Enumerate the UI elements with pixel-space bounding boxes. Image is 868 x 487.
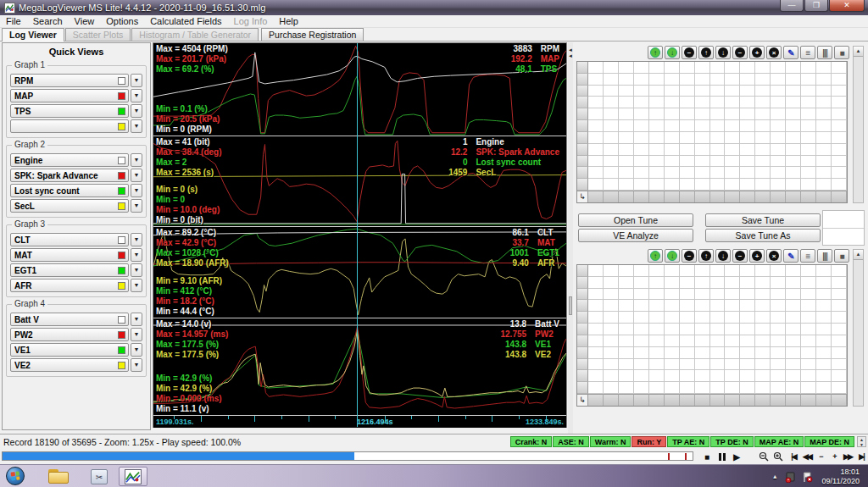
table-cell[interactable] [710, 132, 726, 144]
table-cell[interactable] [710, 359, 726, 371]
table-cell[interactable] [801, 167, 816, 179]
skip-start-button[interactable]: |◀ [787, 451, 800, 462]
table-cell[interactable] [588, 289, 604, 301]
table-cell[interactable] [634, 382, 649, 394]
table-cell[interactable] [771, 167, 786, 179]
table-cell[interactable] [801, 120, 816, 132]
table-cell[interactable] [710, 300, 726, 312]
table-cell[interactable] [771, 108, 786, 120]
table-cell[interactable] [619, 167, 634, 179]
table-cell[interactable] [634, 370, 649, 382]
table-cell[interactable] [801, 74, 816, 86]
column-header[interactable] [588, 191, 604, 202]
rewind-button[interactable]: ◀◀ [800, 451, 814, 462]
table-cell[interactable] [604, 144, 619, 156]
minimize-button[interactable]: — [780, 0, 804, 12]
column-header[interactable] [801, 394, 816, 406]
table-cell[interactable] [680, 179, 695, 191]
column-header[interactable] [604, 394, 619, 406]
channel-select-clt[interactable]: CLT [10, 233, 129, 246]
scroll-down-green-icon[interactable]: ↓ [665, 46, 680, 59]
table-cell[interactable] [832, 132, 847, 144]
table-cell[interactable] [786, 156, 801, 168]
table-cell[interactable] [604, 97, 619, 108]
table-cell[interactable] [649, 74, 665, 86]
table-cell[interactable] [755, 156, 771, 168]
table-cell[interactable] [725, 179, 740, 191]
table-cell[interactable] [665, 312, 680, 324]
table-cell[interactable] [604, 132, 619, 144]
table-cell[interactable] [604, 74, 619, 86]
table-cell[interactable] [725, 74, 740, 86]
table-cell[interactable] [786, 86, 801, 97]
table-cell[interactable] [816, 167, 832, 179]
table-cell[interactable] [771, 132, 786, 144]
table-cell[interactable] [619, 347, 634, 359]
table-cell[interactable] [816, 382, 832, 394]
table-cell[interactable] [588, 144, 604, 156]
row-header[interactable] [577, 300, 588, 312]
table-cell[interactable] [755, 62, 771, 74]
table-cell[interactable] [619, 86, 634, 97]
row-header[interactable] [577, 324, 588, 335]
column-header[interactable] [832, 394, 847, 406]
table-cell[interactable] [771, 289, 786, 301]
table-cell[interactable] [832, 74, 847, 86]
table-cell[interactable] [634, 144, 649, 156]
column-header[interactable] [619, 191, 634, 202]
table-cell[interactable] [801, 265, 816, 277]
channel-dropdown-engine[interactable]: ▼ [131, 153, 142, 167]
menu-help[interactable]: Help [273, 16, 304, 26]
table-cell[interactable] [634, 277, 649, 289]
table-cell[interactable] [665, 108, 680, 120]
table-cell[interactable] [695, 289, 710, 301]
menu-calculated-fields[interactable]: Calculated Fields [144, 16, 227, 26]
table-cell[interactable] [801, 144, 816, 156]
channel-dropdown-mat[interactable]: ▼ [131, 248, 142, 262]
scroll-down-green-icon[interactable]: ↓ [665, 249, 680, 263]
close-button[interactable]: ✕ [829, 0, 865, 12]
channel-dropdown-egt1[interactable]: ▼ [131, 263, 142, 277]
table-cell[interactable] [771, 97, 786, 108]
table-cell[interactable] [604, 277, 619, 289]
column-header[interactable] [740, 191, 755, 202]
zoom-out-icon[interactable] [757, 451, 771, 462]
table-cell[interactable] [665, 132, 680, 144]
row-header[interactable] [577, 108, 588, 120]
table-cell[interactable] [634, 97, 649, 108]
table-cell[interactable] [740, 347, 755, 359]
table-cell[interactable] [588, 156, 604, 168]
table-cell[interactable] [680, 335, 695, 347]
table-cell[interactable] [695, 277, 710, 289]
table-cell[interactable] [710, 86, 726, 97]
table-cell[interactable] [649, 86, 665, 97]
table-cell[interactable] [695, 312, 710, 324]
table-cell[interactable] [588, 265, 604, 277]
table-cell[interactable] [665, 277, 680, 289]
channel-dropdown-ve2[interactable]: ▼ [131, 358, 142, 372]
table-cell[interactable] [832, 312, 847, 324]
table-cell[interactable] [604, 370, 619, 382]
table-cell[interactable] [710, 347, 726, 359]
table-cell[interactable] [816, 312, 832, 324]
minus-icon[interactable]: − [732, 46, 748, 59]
table-cell[interactable] [740, 156, 755, 168]
table-cell[interactable] [755, 370, 771, 382]
table-cell[interactable] [665, 156, 680, 168]
table-cell[interactable] [771, 370, 786, 382]
table-cell[interactable] [801, 108, 816, 120]
table-cell[interactable] [801, 382, 816, 394]
table-cell[interactable] [634, 359, 649, 371]
row-header[interactable] [577, 74, 588, 86]
table-cell[interactable] [604, 347, 619, 359]
table-cell[interactable] [740, 277, 755, 289]
table-cell[interactable] [619, 370, 634, 382]
table-cell[interactable] [649, 179, 665, 191]
menu-options[interactable]: Options [100, 16, 144, 26]
fast-forward-button[interactable]: ▶▶ [841, 451, 854, 462]
view-cell-icon[interactable]: ■ [834, 249, 849, 263]
table-cell[interactable] [680, 86, 695, 97]
table-cell[interactable] [695, 132, 710, 144]
table-cell[interactable] [680, 370, 695, 382]
channel-select-blank[interactable] [10, 119, 129, 133]
